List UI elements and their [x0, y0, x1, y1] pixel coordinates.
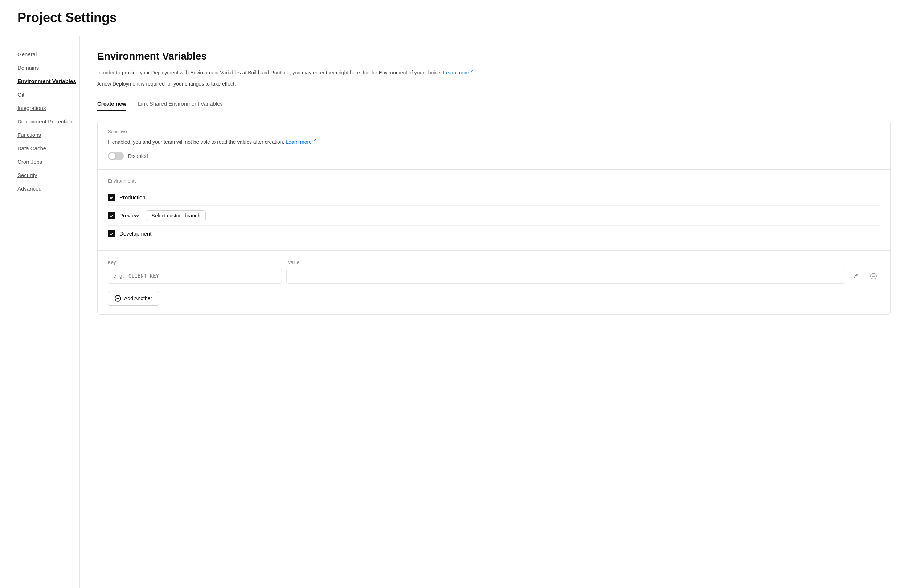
tab-link-shared[interactable]: Link Shared Environment Variables [138, 97, 223, 111]
add-another-button[interactable]: + Add Another [108, 291, 159, 306]
production-checkbox[interactable] [108, 194, 115, 201]
external-link-icon: ↗ [470, 69, 473, 73]
env-row-development: Development [108, 226, 880, 242]
sidebar-item-advanced[interactable]: Advanced [18, 182, 79, 195]
preview-label: Preview [119, 212, 138, 219]
sidebar-item-functions[interactable]: Functions [18, 128, 79, 142]
tabs-container: Create newLink Shared Environment Variab… [97, 97, 890, 111]
key-value-row [108, 269, 880, 284]
sidebar-item-environment-variables[interactable]: Environment Variables [18, 74, 79, 88]
toggle-label: Disabled [128, 153, 148, 159]
sidebar-item-git[interactable]: Git [18, 88, 79, 101]
preview-checkbox[interactable] [108, 212, 115, 219]
sidebar: GeneralDomainsEnvironment VariablesGitIn… [0, 36, 80, 588]
edit-icon-button[interactable] [850, 270, 863, 283]
value-column-label: Value [288, 259, 880, 265]
external-link-icon-sensitive: ↗ [313, 138, 316, 142]
learn-more-link-top[interactable]: Learn more ↗ [443, 70, 473, 76]
toggle-knob [109, 153, 115, 159]
tab-create-new[interactable]: Create new [97, 97, 126, 111]
development-checkbox[interactable] [108, 230, 115, 237]
environments-section: Environments Production P [98, 169, 890, 251]
sidebar-item-domains[interactable]: Domains [18, 61, 79, 74]
remove-icon-button[interactable] [867, 270, 880, 283]
key-value-section: Key Value [98, 251, 890, 314]
learn-more-link-sensitive[interactable]: Learn more ↗ [286, 139, 316, 145]
section-title: Environment Variables [97, 50, 890, 62]
key-input[interactable] [108, 269, 282, 284]
sidebar-item-general[interactable]: General [18, 48, 79, 61]
production-label: Production [119, 194, 145, 200]
env-row-production: Production [108, 190, 880, 206]
sensitive-description: If enabled, you and your team will not b… [108, 137, 880, 146]
environments-label: Environments [108, 178, 880, 184]
select-custom-branch-button[interactable]: Select custom branch [146, 210, 206, 221]
add-icon: + [115, 295, 121, 301]
development-label: Development [119, 230, 151, 237]
sensitive-toggle[interactable] [108, 152, 124, 160]
sensitive-label: Sensitive [108, 129, 880, 134]
sidebar-item-security[interactable]: Security [18, 168, 79, 182]
env-row-preview: Preview Select custom branch [108, 206, 880, 226]
main-content: Environment Variables In order to provid… [80, 36, 908, 588]
deployment-note: A new Deployment is required for your ch… [97, 81, 890, 87]
sidebar-item-deployment-protection[interactable]: Deployment Protection [18, 115, 79, 128]
sidebar-item-data-cache[interactable]: Data Cache [18, 142, 79, 155]
page-title: Project Settings [18, 10, 890, 26]
section-description: In order to provide your Deployment with… [97, 68, 890, 77]
env-variables-card: Sensitive If enabled, you and your team … [97, 120, 890, 315]
sidebar-item-integrations[interactable]: Integrations [18, 101, 79, 115]
sidebar-item-cron-jobs[interactable]: Cron Jobs [18, 155, 79, 168]
sensitive-section: Sensitive If enabled, you and your team … [98, 120, 890, 169]
key-column-label: Key [108, 259, 282, 265]
value-input[interactable] [287, 269, 845, 284]
